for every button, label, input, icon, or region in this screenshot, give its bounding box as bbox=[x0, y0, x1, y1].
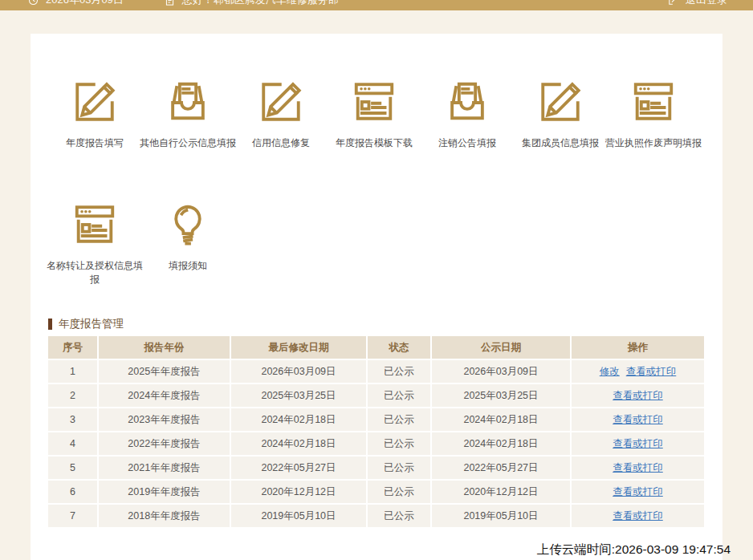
edit-icon bbox=[71, 79, 119, 125]
browser-icon bbox=[350, 79, 398, 125]
document-icon bbox=[164, 0, 176, 6]
table-row: 5 2021年年度报告 2022年05月27日 已公示 2022年05月27日 … bbox=[48, 457, 704, 481]
cell-publicity-date: 2022年05月27日 bbox=[432, 457, 572, 481]
view-or-print-link[interactable]: 查看或打印 bbox=[613, 486, 663, 497]
column-header: 报告年份 bbox=[99, 336, 231, 360]
shortcut-annual-report-template-download[interactable]: 年度报告模板下载 bbox=[328, 79, 421, 150]
cell-status: 已公示 bbox=[368, 360, 432, 384]
cell-actions: 查看或打印 bbox=[572, 384, 704, 408]
cell-report-year: 2023年年度报告 bbox=[99, 408, 231, 432]
shortcut-label: 年度报告填写 bbox=[45, 136, 144, 150]
cell-actions: 查看或打印 bbox=[572, 481, 704, 505]
section-marker bbox=[48, 319, 52, 330]
shortcuts-grid: 年度报告填写 其他自行公示信息填报 信用信息修复 年度报告模板下载 注销公告填报… bbox=[31, 34, 722, 286]
shortcut-annual-report-fill[interactable]: 年度报告填写 bbox=[48, 79, 141, 150]
section-title-text: 年度报告管理 bbox=[59, 317, 124, 331]
clock-icon bbox=[27, 0, 39, 6]
shortcut-label: 集团成员信息填报 bbox=[511, 136, 610, 150]
column-header: 序号 bbox=[48, 336, 99, 360]
table-row: 3 2023年年度报告 2024年02月18日 已公示 2024年02月18日 … bbox=[48, 408, 704, 432]
cell-publicity-date: 2024年02月18日 bbox=[432, 432, 572, 457]
cell-report-year: 2018年年度报告 bbox=[99, 505, 231, 529]
cell-publicity-date: 2025年03月25日 bbox=[432, 384, 572, 408]
shortcut-filling-instructions[interactable]: 填报须知 bbox=[141, 201, 234, 286]
annual-report-table: 序号报告年份最后修改日期状态公示日期操作 1 2025年年度报告 2026年03… bbox=[48, 336, 704, 529]
cell-publicity-date: 2020年12月12日 bbox=[432, 481, 572, 505]
shortcut-cancellation-announcement-fill[interactable]: 注销公告填报 bbox=[421, 79, 514, 150]
shortcut-other-self-publicity-info-fill[interactable]: 其他自行公示信息填报 bbox=[141, 79, 234, 150]
cell-status: 已公示 bbox=[368, 457, 432, 481]
cell-status: 已公示 bbox=[368, 408, 432, 432]
cell-no: 5 bbox=[48, 457, 99, 481]
browser-icon bbox=[71, 201, 119, 248]
table-row: 2 2024年年度报告 2025年03月25日 已公示 2025年03月25日 … bbox=[48, 384, 704, 408]
shortcut-label: 其他自行公示信息填报 bbox=[138, 136, 238, 150]
shortcut-credit-info-repair[interactable]: 信用信息修复 bbox=[234, 79, 328, 150]
cell-last-modified-date: 2019年05月10日 bbox=[231, 505, 368, 529]
logout-button[interactable]: 退出登录 bbox=[667, 0, 727, 7]
inbox-icon bbox=[164, 79, 212, 125]
cell-no: 4 bbox=[48, 432, 99, 457]
user-greeting: 您好！郫都区腾发汽车维修服务部 bbox=[182, 0, 339, 7]
topbar: 2026年03月09日 您好！郫都区腾发汽车维修服务部 退出登录 bbox=[0, 0, 753, 10]
shortcut-group-member-info-fill[interactable]: 集团成员信息填报 bbox=[514, 79, 607, 150]
cell-no: 7 bbox=[48, 505, 99, 529]
inbox-icon bbox=[443, 79, 491, 125]
cell-report-year: 2024年年度报告 bbox=[99, 384, 231, 408]
cell-report-year: 2021年年度报告 bbox=[99, 457, 231, 481]
topbar-greeting-group: 您好！郫都区腾发汽车维修服务部 bbox=[164, 0, 339, 7]
modify-link[interactable]: 修改 bbox=[600, 366, 620, 377]
cell-last-modified-date: 2026年03月09日 bbox=[231, 360, 368, 384]
cell-last-modified-date: 2025年03月25日 bbox=[231, 384, 368, 408]
main-card: 年度报告填写 其他自行公示信息填报 信用信息修复 年度报告模板下载 注销公告填报… bbox=[31, 34, 722, 560]
cell-report-year: 2019年年度报告 bbox=[99, 481, 231, 505]
cell-status: 已公示 bbox=[368, 432, 432, 457]
shortcut-label: 注销公告填报 bbox=[417, 136, 517, 150]
cell-actions: 查看或打印 bbox=[572, 408, 704, 432]
cell-no: 6 bbox=[48, 481, 99, 505]
shortcut-label: 营业执照作废声明填报 bbox=[604, 136, 703, 150]
bulb-icon bbox=[164, 201, 212, 248]
cell-actions: 查看或打印 bbox=[572, 432, 704, 457]
view-or-print-link[interactable]: 查看或打印 bbox=[613, 390, 663, 401]
edit-icon bbox=[536, 79, 584, 125]
cell-report-year: 2022年年度报告 bbox=[99, 432, 231, 457]
column-header: 最后修改日期 bbox=[231, 336, 368, 360]
column-header: 状态 bbox=[368, 336, 432, 360]
shortcut-label: 信用信息修复 bbox=[231, 136, 331, 150]
cell-actions: 修改查看或打印 bbox=[572, 360, 704, 384]
cell-no: 1 bbox=[48, 360, 99, 384]
cell-status: 已公示 bbox=[368, 505, 432, 529]
view-or-print-link[interactable]: 查看或打印 bbox=[613, 462, 663, 473]
cell-last-modified-date: 2022年05月27日 bbox=[231, 457, 368, 481]
column-header: 公示日期 bbox=[432, 336, 572, 360]
view-or-print-link[interactable]: 查看或打印 bbox=[626, 366, 677, 377]
cell-no: 3 bbox=[48, 408, 99, 432]
shortcut-business-license-void-declaration-fill[interactable]: 营业执照作废声明填报 bbox=[607, 79, 700, 150]
cell-status: 已公示 bbox=[368, 481, 432, 505]
upload-cloud-time: 上传云端时间:2026-03-09 19:47:54 bbox=[537, 542, 731, 558]
cell-report-year: 2025年年度报告 bbox=[99, 360, 231, 384]
cell-actions: 查看或打印 bbox=[572, 505, 704, 529]
table-row: 4 2022年年度报告 2024年02月18日 已公示 2024年02月18日 … bbox=[48, 432, 704, 457]
cell-publicity-date: 2026年03月09日 bbox=[432, 360, 572, 384]
cell-status: 已公示 bbox=[368, 384, 432, 408]
topbar-date-group: 2026年03月09日 bbox=[27, 0, 124, 7]
cell-publicity-date: 2024年02月18日 bbox=[432, 408, 572, 432]
current-date: 2026年03月09日 bbox=[46, 0, 124, 7]
view-or-print-link[interactable]: 查看或打印 bbox=[613, 510, 663, 521]
table-header-row: 序号报告年份最后修改日期状态公示日期操作 bbox=[48, 336, 704, 360]
view-or-print-link[interactable]: 查看或打印 bbox=[613, 414, 663, 425]
cell-actions: 查看或打印 bbox=[572, 457, 704, 481]
shortcut-label: 名称转让及授权信息填报 bbox=[45, 259, 144, 286]
view-or-print-link[interactable]: 查看或打印 bbox=[613, 438, 663, 449]
table-row: 6 2019年年度报告 2020年12月12日 已公示 2020年12月12日 … bbox=[48, 481, 704, 505]
cell-last-modified-date: 2024年02月18日 bbox=[231, 408, 368, 432]
shortcut-name-transfer-authorization-info-fill[interactable]: 名称转让及授权信息填报 bbox=[48, 201, 141, 286]
cell-last-modified-date: 2024年02月18日 bbox=[231, 432, 368, 457]
shortcut-label: 填报须知 bbox=[138, 259, 238, 273]
table-row: 7 2018年年度报告 2019年05月10日 已公示 2019年05月10日 … bbox=[48, 505, 704, 529]
table-row: 1 2025年年度报告 2026年03月09日 已公示 2026年03月09日 … bbox=[48, 360, 704, 384]
table-body: 1 2025年年度报告 2026年03月09日 已公示 2026年03月09日 … bbox=[48, 360, 704, 529]
cell-publicity-date: 2019年05月10日 bbox=[432, 505, 572, 529]
